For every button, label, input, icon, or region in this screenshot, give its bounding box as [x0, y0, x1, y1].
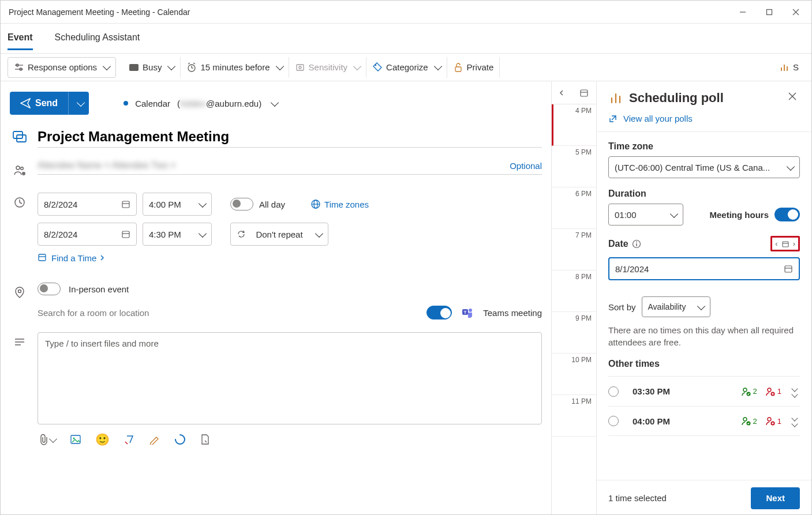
hour-7pm[interactable]: 7 PM — [552, 229, 596, 270]
chevron-down-icon — [271, 98, 279, 106]
radio-0330[interactable] — [608, 386, 619, 397]
categorize-button[interactable]: Categorize — [366, 57, 447, 78]
svg-line-13 — [193, 63, 195, 64]
send-dropdown[interactable] — [68, 92, 89, 115]
image-button[interactable] — [70, 434, 81, 445]
attendees-field[interactable]: Attendee Name × Attendee Two × — [38, 160, 510, 171]
svg-point-16 — [375, 64, 376, 65]
svg-rect-49 — [581, 90, 588, 96]
send-button[interactable]: Send — [10, 98, 68, 108]
chevron-down-icon — [103, 62, 111, 70]
chevron-down-icon — [353, 62, 361, 70]
busy-status-button[interactable]: Busy — [123, 57, 181, 78]
radio-0400[interactable] — [608, 416, 619, 426]
private-button[interactable]: Private — [447, 57, 500, 78]
response-options-button[interactable]: Response options — [8, 57, 116, 78]
svg-rect-31 — [122, 201, 129, 208]
tab-scheduling-assistant[interactable]: Scheduling Assistant — [55, 27, 140, 50]
pen-button[interactable] — [149, 434, 160, 445]
time-option-0400[interactable]: 04:00 PM 2 1 — [608, 406, 800, 436]
next-date-button[interactable]: › — [791, 239, 797, 248]
sensitivity-button[interactable]: Sensitivity — [289, 57, 367, 78]
prev-date-button[interactable]: ‹ — [773, 239, 779, 248]
emoji-button[interactable]: 🙂 — [95, 433, 110, 446]
start-time-input[interactable]: 4:00 PM — [143, 193, 212, 216]
expand-icon[interactable] — [789, 416, 800, 426]
sortby-label: Sort by — [608, 302, 636, 312]
send-split-button[interactable]: Send — [10, 92, 89, 115]
timezone-label: Time zone — [608, 141, 800, 152]
template-button[interactable] — [200, 434, 210, 445]
timezones-link[interactable]: Time zones — [310, 199, 369, 209]
editor-toolbar: 🙂 — [38, 427, 542, 452]
date-nav-highlighted: ‹ › — [770, 236, 800, 251]
svg-text:T: T — [464, 310, 467, 315]
avail-count: 2 — [741, 416, 757, 426]
duration-select[interactable]: 01:00 — [608, 204, 683, 225]
sortby-select[interactable]: Availability — [642, 296, 711, 317]
calendar-selector[interactable]: Calendar (hidden@auburn.edu) — [124, 99, 278, 108]
hour-6pm[interactable]: 6 PM — [552, 187, 596, 229]
svg-point-48 — [73, 438, 75, 439]
person-x-icon — [765, 387, 776, 396]
svg-rect-38 — [39, 254, 46, 261]
calendar-picker-icon[interactable] — [579, 88, 589, 97]
hour-11pm[interactable]: 11 PM — [552, 395, 596, 437]
inperson-toggle[interactable] — [38, 283, 61, 295]
svg-rect-8 — [129, 64, 139, 71]
duration-label: Duration — [608, 189, 800, 199]
end-date-input[interactable]: 8/2/2024 — [38, 223, 137, 246]
person-check-icon — [741, 416, 751, 426]
busy-icon — [129, 62, 139, 73]
chevron-down-icon — [275, 62, 283, 70]
prev-day-button[interactable] — [559, 89, 564, 96]
maximize-button[interactable] — [756, 3, 783, 21]
hour-9pm[interactable]: 9 PM — [552, 312, 596, 354]
tag-icon — [372, 62, 383, 73]
info-icon[interactable] — [632, 239, 641, 249]
event-title-input[interactable] — [38, 126, 542, 148]
chevron-down-icon — [167, 62, 175, 70]
hour-5pm[interactable]: 5 PM — [552, 146, 596, 187]
person-check-icon — [741, 387, 751, 396]
close-button[interactable] — [783, 3, 809, 21]
find-time-link[interactable]: Find a Time — [38, 253, 104, 263]
end-time-input[interactable]: 4:30 PM — [143, 223, 212, 246]
meeting-hours-toggle[interactable] — [774, 208, 800, 221]
location-icon — [10, 283, 29, 302]
scheduling-poll-ribbon-button[interactable]: S — [773, 57, 804, 78]
body-editor[interactable]: Type / to insert files and more — [38, 332, 542, 424]
svg-point-69 — [768, 418, 771, 421]
tab-event[interactable]: Event — [8, 27, 33, 50]
window-title: Project Management Meeting - Meeting - C… — [9, 7, 729, 17]
avail-count: 2 — [741, 387, 757, 396]
attach-button[interactable] — [39, 434, 56, 445]
meeting-hours-label: Meeting hours — [709, 210, 769, 220]
view-all-polls-link[interactable]: View all your polls — [608, 114, 800, 123]
optional-link[interactable]: Optional — [510, 161, 542, 171]
today-button[interactable] — [780, 240, 791, 248]
format-clear-button[interactable] — [124, 434, 135, 445]
poll-date-input[interactable]: 8/1/2024 — [608, 257, 800, 280]
time-option-0330[interactable]: 03:30 PM 2 1 — [608, 376, 800, 406]
hour-4pm[interactable]: 4 PM — [552, 104, 596, 146]
loop-button[interactable] — [174, 434, 186, 445]
sensitivity-icon — [295, 62, 305, 73]
room-search-input[interactable] — [38, 308, 417, 318]
chevron-down-icon — [199, 199, 207, 207]
reminder-button[interactable]: 15 minutes before — [181, 57, 289, 78]
next-button[interactable]: Next — [751, 487, 800, 509]
hour-8pm[interactable]: 8 PM — [552, 270, 596, 312]
repeat-select[interactable]: Don't repeat — [230, 223, 328, 246]
minimize-button[interactable] — [729, 3, 756, 21]
start-date-input[interactable]: 8/2/2024 — [38, 193, 137, 216]
allday-toggle[interactable] — [230, 198, 253, 210]
close-panel-button[interactable] — [788, 92, 800, 104]
teams-toggle[interactable] — [426, 306, 452, 319]
svg-rect-14 — [297, 65, 304, 70]
chevron-down-icon — [434, 62, 442, 70]
expand-icon[interactable] — [789, 386, 800, 397]
svg-point-24 — [21, 167, 24, 170]
hour-10pm[interactable]: 10 PM — [552, 354, 596, 395]
timezone-select[interactable]: (UTC-06:00) Central Time (US & Cana... — [608, 156, 800, 178]
